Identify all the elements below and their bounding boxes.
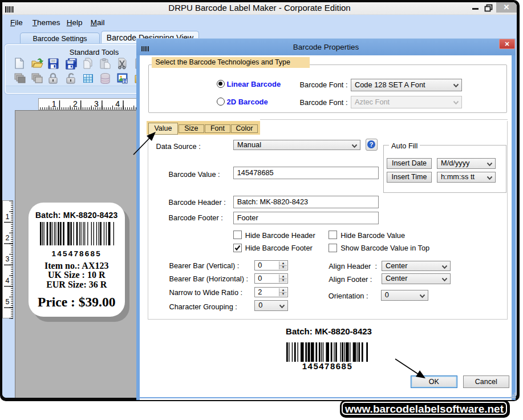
svg-text:5: 5 bbox=[6, 298, 10, 306]
svg-text:2: 2 bbox=[72, 99, 77, 108]
svg-text:4: 4 bbox=[6, 277, 10, 285]
svg-text:3: 3 bbox=[6, 255, 10, 263]
svg-text:3: 3 bbox=[94, 99, 99, 108]
svg-text:4: 4 bbox=[115, 99, 120, 108]
svg-text:1: 1 bbox=[51, 99, 56, 108]
svg-text:1: 1 bbox=[6, 213, 10, 221]
svg-text:2: 2 bbox=[6, 234, 10, 242]
